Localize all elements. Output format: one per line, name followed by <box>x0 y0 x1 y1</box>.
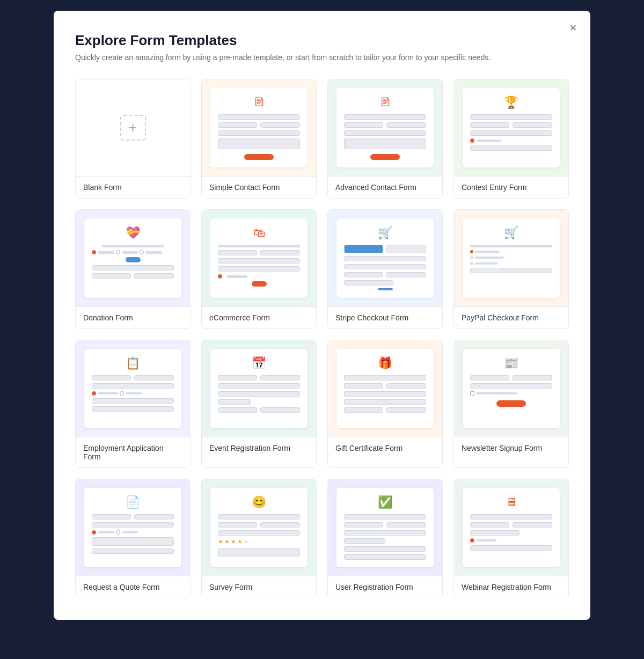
template-label-request-quote: Request a Quote Form <box>76 576 190 598</box>
template-label-blank: Blank Form <box>76 176 190 198</box>
template-preview-inner-request-quote: 📄 <box>84 488 181 567</box>
template-icon: 🎁 <box>378 356 392 370</box>
modal-overlay[interactable]: × Explore Form Templates Quickly create … <box>0 0 644 659</box>
template-preview-event-registration: 📅 <box>202 340 316 437</box>
modal-subtitle: Quickly create an amazing form by using … <box>75 53 569 62</box>
template-preview-inner-gift-certificate: 🎁 <box>336 349 434 428</box>
template-label-advanced-contact: Advanced Contact Form <box>328 176 442 198</box>
template-label-contest-entry: Contest Entry Form <box>454 176 568 198</box>
template-card-user-registration[interactable]: ✅ User Registration Form <box>327 479 443 598</box>
template-label-paypal-checkout: PayPal Checkout Form <box>454 306 568 328</box>
template-preview-inner-employment-application: 📋 <box>84 349 181 428</box>
template-icon: 📄 <box>126 495 140 509</box>
template-preview-inner-event-registration: 📅 <box>210 349 308 428</box>
template-preview-survey: 😊 ★ ★ ★ ★ ★ <box>202 479 316 576</box>
template-preview-inner-ecommerce: 🛍 <box>210 218 308 298</box>
modal-title: Explore Form Templates <box>75 32 569 49</box>
template-preview-inner-contest-entry: 🏆 <box>463 88 560 167</box>
template-preview-inner-stripe-checkout: 🛒 <box>336 218 434 298</box>
template-icon: 🛒 <box>504 226 518 240</box>
template-label-simple-contact: Simple Contact Form <box>202 176 316 198</box>
template-card-stripe-checkout[interactable]: 🛒 Stripe Checkout Form <box>327 209 443 329</box>
template-card-advanced-contact[interactable]: 🖹 Advanced Contact Form <box>327 79 443 199</box>
template-preview-blank: + <box>76 79 190 176</box>
template-icon: 🛒 <box>378 226 392 240</box>
template-label-employment-application: Employment Application Form <box>76 437 190 467</box>
template-card-survey[interactable]: 😊 ★ ★ ★ ★ ★ Survey Form <box>201 479 317 598</box>
template-icon: 📋 <box>126 356 140 370</box>
template-preview-advanced-contact: 🖹 <box>328 79 442 176</box>
template-card-webinar-registration[interactable]: 🖥 Webinar Registration Form <box>453 479 569 598</box>
template-icon: ✅ <box>378 495 392 509</box>
template-preview-user-registration: ✅ <box>328 479 442 576</box>
template-icon: 🖥 <box>506 495 517 509</box>
template-card-employment-application[interactable]: 📋 Employment Application Form <box>75 340 191 468</box>
template-preview-webinar-registration: 🖥 <box>454 479 568 576</box>
template-preview-simple-contact: 🖹 <box>202 79 316 176</box>
template-preview-gift-certificate: 🎁 <box>328 340 442 437</box>
template-label-event-registration: Event Registration Form <box>202 437 316 459</box>
template-icon: 🛍 <box>253 226 265 240</box>
template-preview-ecommerce: 🛍 <box>202 210 316 306</box>
template-preview-contest-entry: 🏆 <box>454 79 568 176</box>
template-label-stripe-checkout: Stripe Checkout Form <box>328 306 442 328</box>
template-preview-request-quote: 📄 <box>76 479 190 576</box>
template-preview-stripe-checkout: 🛒 <box>328 210 442 306</box>
template-card-newsletter-signup[interactable]: 📰 Newsletter Signup Form <box>453 340 569 468</box>
template-card-gift-certificate[interactable]: 🎁 Gift Certificate Form <box>327 340 443 468</box>
templates-grid: +Blank Form 🖹 Simple Contact Form 🖹 Adva… <box>75 79 569 598</box>
template-label-gift-certificate: Gift Certificate Form <box>328 437 442 459</box>
template-card-simple-contact[interactable]: 🖹 Simple Contact Form <box>201 79 317 199</box>
template-icon: 📅 <box>252 356 266 370</box>
template-label-webinar-registration: Webinar Registration Form <box>454 576 568 598</box>
template-preview-inner-donation: 💝 <box>84 218 181 298</box>
template-label-newsletter-signup: Newsletter Signup Form <box>454 437 568 459</box>
close-button[interactable]: × <box>565 19 582 36</box>
template-card-event-registration[interactable]: 📅 Event Registration Form <box>201 340 317 468</box>
template-preview-inner-simple-contact: 🖹 <box>210 88 308 167</box>
template-preview-inner-advanced-contact: 🖹 <box>336 88 434 167</box>
template-card-paypal-checkout[interactable]: 🛒 PayPal Checkout Form <box>453 209 569 329</box>
template-preview-newsletter-signup: 📰 <box>454 340 568 437</box>
template-icon: 🖹 <box>379 96 391 109</box>
template-icon: 🏆 <box>504 96 518 109</box>
template-icon: 💝 <box>126 226 140 240</box>
template-preview-employment-application: 📋 <box>76 340 190 437</box>
template-card-blank[interactable]: +Blank Form <box>75 79 191 199</box>
template-card-donation[interactable]: 💝 Donation Form <box>75 209 191 329</box>
template-preview-inner-webinar-registration: 🖥 <box>463 488 560 567</box>
template-preview-paypal-checkout: 🛒 <box>454 210 568 306</box>
template-label-survey: Survey Form <box>202 576 316 598</box>
modal: × Explore Form Templates Quickly create … <box>54 11 590 620</box>
template-card-contest-entry[interactable]: 🏆 Contest Entry Form <box>453 79 569 199</box>
template-icon: 😊 <box>252 495 266 509</box>
blank-form-plus: + <box>120 115 146 141</box>
template-icon: 📰 <box>504 356 518 370</box>
template-card-ecommerce[interactable]: 🛍 eCommerce Form <box>201 209 317 329</box>
template-preview-inner-survey: 😊 ★ ★ ★ ★ ★ <box>210 488 308 567</box>
template-preview-donation: 💝 <box>76 210 190 306</box>
template-label-user-registration: User Registration Form <box>328 576 442 598</box>
template-label-donation: Donation Form <box>76 306 190 328</box>
template-preview-inner-paypal-checkout: 🛒 <box>463 218 560 298</box>
template-label-ecommerce: eCommerce Form <box>202 306 316 328</box>
template-icon: 🖹 <box>253 96 265 109</box>
template-preview-inner-user-registration: ✅ <box>336 488 434 567</box>
template-card-request-quote[interactable]: 📄 Request a Quote Form <box>75 479 191 598</box>
template-preview-inner-newsletter-signup: 📰 <box>463 349 560 428</box>
